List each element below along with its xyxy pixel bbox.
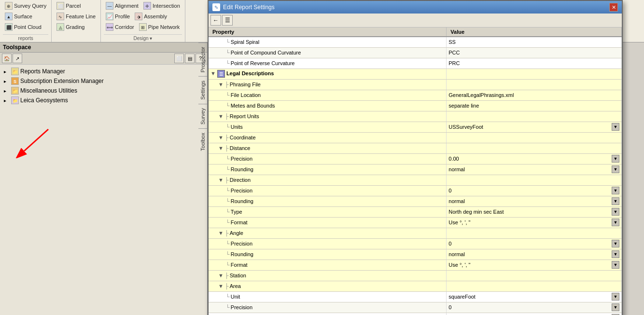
value-cell[interactable]: 0▼ xyxy=(447,302,622,313)
left-panel: Toolspace 🏠 ↗ ⬜ ▤ ? ▸ 📁 Reports Manager … xyxy=(0,42,208,315)
dropdown-button[interactable]: ▼ xyxy=(612,293,619,301)
value-cell xyxy=(447,175,622,185)
value-cell: PRC xyxy=(447,58,622,68)
expander-misc: ▸ xyxy=(4,88,10,94)
value-cell[interactable]: normal▼ xyxy=(447,196,622,206)
dropdown-button[interactable]: ▼ xyxy=(612,219,619,226)
corridor-button[interactable]: ⟺ Corridor xyxy=(104,22,136,32)
value-cell[interactable]: normal▼ xyxy=(447,164,622,175)
profile-label: Profile xyxy=(115,14,130,19)
value-cell[interactable]: 0▼ xyxy=(447,238,622,249)
table-row: └UnitsUSSurveyFoot▼ xyxy=(209,122,622,132)
subscription-icon: S xyxy=(11,77,19,85)
surface-button[interactable]: ▲ Surface xyxy=(3,12,34,21)
value-cell[interactable]: Use °, ', "▼ xyxy=(447,217,622,228)
dialog-title-left: ✎ Edit Report Settings xyxy=(212,3,275,11)
value-cell xyxy=(447,79,622,90)
side-tabs: Prospector Settings Survey Toolbox xyxy=(198,42,207,315)
toolbar-design-section: — Alignment ✛ Intersection 📈 Profile ⬗ A… xyxy=(101,0,185,42)
expander-leica: ▸ xyxy=(4,98,10,103)
profile-icon: 📈 xyxy=(106,13,113,20)
dialog-back-button[interactable]: ← xyxy=(210,15,221,26)
value-cell[interactable]: USSurveyFoot▼ xyxy=(447,122,622,132)
intersection-icon: ✛ xyxy=(143,2,151,10)
point-cloud-button[interactable]: ⬛ Point Cloud xyxy=(3,22,43,32)
property-cell: ▼├Angle xyxy=(209,228,447,238)
toolbar-points-section: ⊕ Survey Query ▲ Surface ⬛ Point Cloud r… xyxy=(0,0,52,42)
surface-label: Surface xyxy=(14,14,32,19)
tree-item-subscription[interactable]: ▸ S Subscription Extension Manager xyxy=(2,76,205,86)
dropdown-button[interactable]: ▼ xyxy=(612,165,619,173)
value-cell[interactable]: North deg min sec East▼ xyxy=(447,206,622,217)
tree-item-misc[interactable]: ▸ 📁 Miscellaneous Utilities xyxy=(2,86,205,96)
property-cell: └Precision xyxy=(209,185,447,196)
tab-toolbox[interactable]: Toolbox xyxy=(198,128,207,155)
value-cell[interactable]: squareFoot▼ xyxy=(447,291,622,302)
table-row: ▼├Distance xyxy=(209,143,622,153)
property-cell: └Unit xyxy=(209,291,447,302)
table-row: ▼├Area xyxy=(209,281,622,291)
table-row: ▼├Report Units xyxy=(209,111,622,122)
dropdown-button[interactable]: ▼ xyxy=(612,240,619,247)
tab-prospector[interactable]: Prospector xyxy=(198,42,207,76)
view-icon[interactable]: ▤ xyxy=(185,54,195,63)
dropdown-button[interactable]: ▼ xyxy=(612,261,619,269)
dialog-close-button[interactable]: ✕ xyxy=(609,3,618,12)
parcel-icon: ⬜ xyxy=(56,2,64,10)
tab-settings[interactable]: Settings xyxy=(198,76,207,104)
profile-button[interactable]: 📈 Profile xyxy=(104,12,132,21)
surface-icon: ▲ xyxy=(5,13,13,20)
value-cell xyxy=(447,228,622,238)
value-column-header: Value xyxy=(447,27,622,37)
value-cell: PCC xyxy=(447,47,622,58)
table-row: └Point of Compound CurvaturePCC xyxy=(209,47,622,58)
feature-line-button[interactable]: ∿ Feature Line xyxy=(55,12,98,21)
dropdown-button[interactable]: ▼ xyxy=(612,197,619,205)
expander-reports: ▸ xyxy=(4,69,10,74)
dropdown-button[interactable]: ▼ xyxy=(612,155,619,163)
dropdown-button[interactable]: ▼ xyxy=(612,123,619,131)
dropdown-button[interactable]: ▼ xyxy=(612,208,619,216)
alignment-button[interactable]: — Alignment xyxy=(104,1,140,11)
value-cell[interactable]: Use °, ', "▼ xyxy=(447,260,622,270)
expand-icon[interactable]: ⬜ xyxy=(174,54,184,63)
property-cell: ▼├Area xyxy=(209,281,447,291)
pipe-network-button[interactable]: ⊞ Pipe Network xyxy=(137,22,182,32)
reports-label: Reports Manager xyxy=(20,68,65,75)
dialog-list-button[interactable]: ☰ xyxy=(222,15,233,26)
points-row1: ⊕ Survey Query xyxy=(3,1,48,11)
points-icons: ⊕ Survey Query ▲ Surface ⬛ Point Cloud xyxy=(3,1,48,34)
value-cell[interactable]: normal▼ xyxy=(447,249,622,260)
tree-item-leica[interactable]: ▸ 📁 Leica Geosystems xyxy=(2,96,205,105)
property-cell: └Precision xyxy=(209,153,447,164)
assembly-button[interactable]: ⬗ Assembly xyxy=(133,12,169,21)
toolspace-toolbar: 🏠 ↗ ⬜ ▤ ? xyxy=(0,53,207,65)
home-icon[interactable]: 🏠 xyxy=(2,54,12,63)
survey-query-icon: ⊕ xyxy=(5,2,13,10)
corridor-label: Corridor xyxy=(115,24,134,30)
tree-item-reports[interactable]: ▸ 📁 Reports Manager xyxy=(2,67,205,76)
alignment-icon: — xyxy=(106,2,113,10)
dropdown-button[interactable]: ▼ xyxy=(612,250,619,258)
value-cell[interactable]: normal▼ xyxy=(447,313,622,315)
misc-label: Miscellaneous Utilities xyxy=(20,87,77,94)
value-cell[interactable]: 0▼ xyxy=(447,185,622,196)
dropdown-button[interactable]: ▼ xyxy=(612,303,619,311)
grading-button[interactable]: ◬ Grading xyxy=(55,22,86,32)
intersection-button[interactable]: ✛ Intersection xyxy=(141,1,182,11)
edit-report-settings-dialog: ✎ Edit Report Settings ✕ ← ☰ Property Va… xyxy=(208,0,623,315)
value-cell[interactable]: 0.00▼ xyxy=(447,153,622,164)
table-row: └FormatUse °, ', "▼ xyxy=(209,260,622,270)
table-header-row: Property Value xyxy=(209,27,622,37)
point-cloud-icon: ⬛ xyxy=(5,23,13,31)
property-cell: └Precision xyxy=(209,238,447,249)
property-cell: └Format xyxy=(209,217,447,228)
survey-query-button[interactable]: ⊕ Survey Query xyxy=(3,1,48,11)
tab-survey[interactable]: Survey xyxy=(198,104,207,128)
feature-line-label: Feature Line xyxy=(66,14,96,19)
parcel-button[interactable]: ⬜ Parcel xyxy=(55,1,83,11)
subscription-label: Subscription Extension Manager xyxy=(20,78,104,84)
nav-icon[interactable]: ↗ xyxy=(13,54,22,63)
property-cell: ▼├Station xyxy=(209,270,447,281)
dropdown-button[interactable]: ▼ xyxy=(612,187,619,194)
